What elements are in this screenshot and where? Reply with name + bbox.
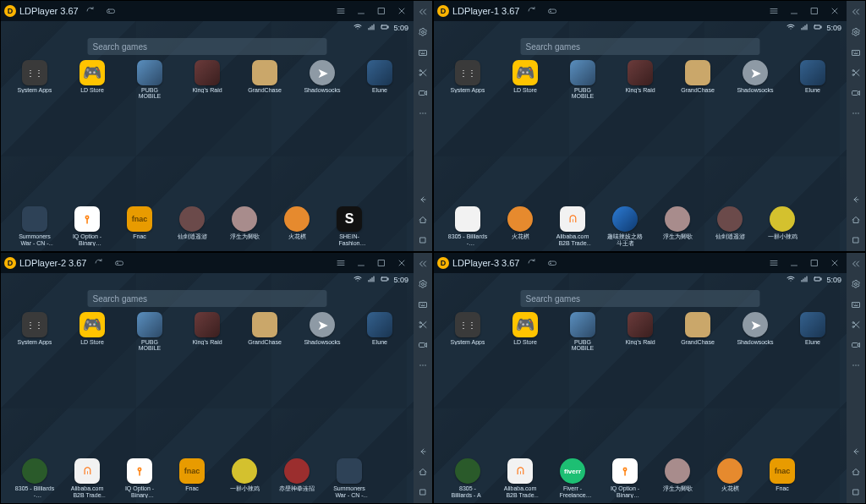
app-1-rowBottom-6[interactable]: 一群小辣鸡 bbox=[764, 206, 801, 246]
app-3-rowTop-2[interactable]: PUBG MOBILE bbox=[564, 312, 601, 352]
app-0-rowTop-3[interactable]: King's Raid bbox=[189, 60, 226, 100]
app-2-rowTop-0[interactable]: ⋮⋮ System Apps bbox=[16, 312, 53, 352]
app-2-rowTop-6[interactable]: Elune bbox=[361, 312, 398, 352]
app-3-rowTop-0[interactable]: ⋮⋮ System Apps bbox=[449, 312, 486, 352]
app-3-rowTop-4[interactable]: GrandChase bbox=[679, 312, 716, 352]
app-2-rowTop-1[interactable]: 🎮 LD Store bbox=[74, 312, 111, 352]
home-button[interactable] bbox=[848, 464, 863, 479]
minimize-button[interactable] bbox=[786, 255, 803, 271]
recents-button[interactable] bbox=[415, 233, 430, 248]
sync-icon[interactable] bbox=[523, 3, 540, 19]
app-0-rowTop-5[interactable]: ➤ Shadowsocks bbox=[304, 60, 341, 100]
gamepad-icon[interactable] bbox=[544, 3, 561, 19]
app-3-rowBottom-1[interactable]: ᕬ Alibaba.com B2B Trade App bbox=[502, 458, 539, 498]
menu-button[interactable] bbox=[332, 3, 349, 19]
app-3-rowTop-5[interactable]: ➤ Shadowsocks bbox=[737, 312, 774, 352]
sync-icon[interactable] bbox=[90, 255, 107, 271]
screenshot-button[interactable] bbox=[415, 65, 430, 80]
collapse-button[interactable] bbox=[415, 4, 430, 19]
close-button[interactable] bbox=[826, 255, 843, 271]
app-1-rowTop-4[interactable]: GrandChase bbox=[679, 60, 716, 100]
minimize-button[interactable] bbox=[353, 255, 370, 271]
app-0-rowBottom-5[interactable]: 火花棋 bbox=[278, 206, 315, 246]
home-button[interactable] bbox=[848, 212, 863, 227]
more-button[interactable] bbox=[848, 358, 863, 373]
record-button[interactable] bbox=[415, 337, 430, 353]
app-2-rowBottom-1[interactable]: ᕬ Alibaba.com B2B Trade App bbox=[69, 458, 106, 498]
app-3-rowBottom-3[interactable]: ⫯ IQ Option - Binary Options bbox=[606, 458, 644, 498]
app-1-rowTop-1[interactable]: 🎮 LD Store bbox=[507, 60, 544, 100]
collapse-button[interactable] bbox=[848, 4, 863, 19]
app-1-rowBottom-0[interactable]: 8305 - Billiards - A_36364946_6664 bbox=[449, 206, 486, 246]
maximize-button[interactable] bbox=[806, 255, 823, 271]
home-button[interactable] bbox=[415, 212, 430, 227]
more-button[interactable] bbox=[415, 358, 430, 373]
maximize-button[interactable] bbox=[373, 3, 390, 19]
app-3-rowTop-1[interactable]: 🎮 LD Store bbox=[507, 312, 544, 352]
app-0-rowBottom-4[interactable]: 浮生为卿歌 bbox=[226, 206, 263, 246]
app-1-rowBottom-1[interactable]: 火花棋 bbox=[502, 206, 539, 246]
keyboard-button[interactable] bbox=[415, 45, 430, 60]
keyboard-button[interactable] bbox=[848, 45, 863, 60]
app-2-rowTop-4[interactable]: GrandChase bbox=[246, 312, 283, 352]
app-1-rowTop-3[interactable]: King's Raid bbox=[622, 60, 659, 100]
app-0-rowTop-4[interactable]: GrandChase bbox=[246, 60, 283, 100]
screenshot-button[interactable] bbox=[415, 317, 430, 332]
gamepad-icon[interactable] bbox=[102, 3, 119, 19]
app-0-rowBottom-1[interactable]: ⫯ IQ Option - Binary Options bbox=[69, 206, 106, 246]
app-1-rowTop-0[interactable]: ⋮⋮ System Apps bbox=[449, 60, 486, 100]
app-0-rowBottom-3[interactable]: 仙剑逍遥游 bbox=[173, 206, 211, 246]
close-button[interactable] bbox=[393, 3, 410, 19]
app-0-rowBottom-0[interactable]: Summoners War - CN - NonIncent - Android bbox=[16, 206, 53, 246]
more-button[interactable] bbox=[415, 106, 430, 121]
close-button[interactable] bbox=[826, 3, 843, 19]
app-2-rowTop-2[interactable]: PUBG MOBILE bbox=[131, 312, 168, 352]
menu-button[interactable] bbox=[765, 255, 782, 271]
app-1-rowBottom-3[interactable]: 趣味辣妓之格斗王者 bbox=[606, 206, 644, 246]
app-0-rowBottom-2[interactable]: fnac Fnac bbox=[121, 206, 158, 246]
app-2-rowBottom-4[interactable]: 一群小辣鸡 bbox=[226, 458, 263, 498]
record-button[interactable] bbox=[848, 85, 863, 101]
app-0-rowBottom-6[interactable]: S SHEIN-Fashion Shopping Online bbox=[331, 206, 368, 246]
minimize-button[interactable] bbox=[786, 3, 803, 19]
sync-icon[interactable] bbox=[82, 3, 99, 19]
back-button[interactable] bbox=[415, 192, 430, 207]
keyboard-button[interactable] bbox=[848, 297, 863, 312]
back-button[interactable] bbox=[848, 444, 863, 459]
app-1-rowTop-2[interactable]: PUBG MOBILE bbox=[564, 60, 601, 100]
app-2-rowTop-5[interactable]: ➤ Shadowsocks bbox=[304, 312, 341, 352]
app-2-rowBottom-6[interactable]: Summoners War - CN - NonIncent - Android bbox=[331, 458, 368, 498]
keyboard-button[interactable] bbox=[415, 297, 430, 312]
app-2-rowTop-3[interactable]: King's Raid bbox=[189, 312, 226, 352]
app-3-rowBottom-4[interactable]: 浮生为卿歌 bbox=[659, 458, 696, 498]
back-button[interactable] bbox=[848, 192, 863, 207]
app-3-rowBottom-5[interactable]: 火花棋 bbox=[711, 458, 748, 498]
app-3-rowTop-3[interactable]: King's Raid bbox=[622, 312, 659, 352]
app-1-rowBottom-5[interactable]: 仙剑逍遥游 bbox=[711, 206, 748, 246]
app-3-rowBottom-2[interactable]: fiverr Fiverr - Freelance Services - AD,… bbox=[554, 458, 591, 498]
gamepad-icon[interactable] bbox=[111, 255, 128, 271]
more-button[interactable] bbox=[848, 106, 863, 121]
app-3-rowBottom-6[interactable]: fnac Fnac bbox=[764, 458, 801, 498]
settings-button[interactable] bbox=[415, 25, 430, 40]
back-button[interactable] bbox=[415, 444, 430, 459]
sync-icon[interactable] bbox=[523, 255, 540, 271]
recents-button[interactable] bbox=[848, 485, 863, 500]
app-0-rowTop-0[interactable]: ⋮⋮ System Apps bbox=[16, 60, 53, 100]
record-button[interactable] bbox=[415, 85, 430, 101]
settings-button[interactable] bbox=[848, 277, 863, 292]
app-3-rowBottom-0[interactable]: 8305 - Billiards - A_ bbox=[449, 458, 486, 498]
screenshot-button[interactable] bbox=[848, 65, 863, 80]
screenshot-button[interactable] bbox=[848, 317, 863, 332]
settings-button[interactable] bbox=[415, 277, 430, 292]
app-2-rowBottom-0[interactable]: 8305 - Billiards - A_36364936_5659 bbox=[16, 458, 53, 498]
app-1-rowBottom-2[interactable]: ᕬ Alibaba.com B2B Trade App bbox=[554, 206, 591, 246]
app-2-rowBottom-3[interactable]: fnac Fnac bbox=[173, 458, 211, 498]
close-button[interactable] bbox=[393, 255, 410, 271]
app-0-rowTop-1[interactable]: 🎮 LD Store bbox=[74, 60, 111, 100]
collapse-button[interactable] bbox=[848, 256, 863, 271]
android-screen[interactable]: 5:09 Search games ⋮⋮ System Apps 🎮 LD St… bbox=[434, 21, 847, 251]
menu-button[interactable] bbox=[332, 255, 349, 271]
app-0-rowTop-6[interactable]: Elune bbox=[361, 60, 398, 100]
record-button[interactable] bbox=[848, 337, 863, 353]
